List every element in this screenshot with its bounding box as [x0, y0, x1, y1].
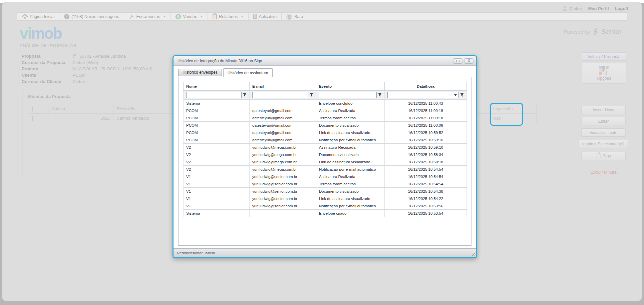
table-cell: 16/12/2025 10:58:34 [385, 151, 467, 158]
table-cell: Assinatura Realizada [316, 173, 385, 180]
table-row[interactable]: SistemaEnvelope concluído16/12/2025 11:0… [184, 100, 467, 107]
table-cell: Termos foram aceitos [316, 114, 385, 122]
table-cell: 16/12/2025 10:54:22 [385, 195, 467, 202]
filter-icon[interactable] [378, 93, 382, 97]
close-icon: X [468, 59, 470, 63]
table-cell: PCOM [184, 136, 250, 144]
table-cell: PCOM [184, 107, 250, 114]
table-cell: V1 [184, 195, 250, 202]
dialog-title: Histórico de Integração da Minuta 3016 n… [178, 59, 451, 63]
table-cell: yuri.ludwig@senior.com.br [250, 195, 316, 202]
tab-historico-assinatura[interactable]: Histórico de assinatura [223, 68, 273, 77]
table-cell: PCOM [184, 129, 250, 136]
table-cell: Notificação por e-mail automático [316, 166, 385, 173]
table-cell: yuri.ludwig@senior.com.br [250, 180, 316, 188]
table-cell: yuri.ludwig@senior.com.br [250, 188, 316, 195]
table-row[interactable]: V1yuri.ludwig@senior.com.brLink de assin… [184, 195, 467, 202]
chevron-down-icon [454, 94, 457, 96]
filter-row [184, 91, 467, 100]
table-cell: Assinatura Recusada [316, 144, 385, 151]
table-cell: yuri.ludwig@senior.com.br [250, 173, 316, 180]
table-cell: yuri.ludwig@mega.com.br [250, 144, 316, 151]
col-nome[interactable]: Nome [184, 82, 250, 91]
table-row[interactable]: V1yuri.ludwig@senior.com.brNotificação p… [184, 202, 467, 210]
table-row[interactable]: V1yuri.ludwig@senior.com.brAssinatura Re… [184, 173, 467, 180]
resize-label: Redimensionar Janela [177, 251, 215, 255]
table-row[interactable]: V1yuri.ludwig@senior.com.brDocumento vis… [184, 188, 467, 195]
table-cell: PCOM [184, 122, 250, 129]
filter-icon[interactable] [243, 93, 247, 97]
table-cell: yuri.ludwig@senior.com.br [250, 202, 316, 210]
table-cell: Documento visualizado [316, 151, 385, 158]
col-email[interactable]: E-mail [250, 82, 316, 91]
filter-icon[interactable] [310, 93, 313, 97]
table-row[interactable]: V2yuri.ludwig@mega.com.brNotificação por… [184, 166, 467, 173]
table-row[interactable]: PCOMqatesteyuri@gmail.comDocumento visua… [184, 122, 467, 129]
table-row[interactable]: PCOMqatesteyuri@gmail.comAssinatura Real… [184, 107, 467, 114]
filter-evento-input[interactable] [319, 92, 377, 98]
signature-history-table: Nome E-mail Evento Data/hora [183, 82, 467, 217]
filter-nome-input[interactable] [186, 92, 242, 98]
table-cell: Link de assinatura visualizado [316, 158, 385, 166]
maximize-button[interactable] [453, 58, 462, 64]
app-page: Cleber Meu Perfil Logoff Página Inicial … [2, 2, 642, 301]
table-cell: qatesteyuri@gmail.com [250, 136, 316, 144]
table-cell: Notificação por e-mail automático [316, 202, 385, 210]
table-cell: Termos foram aceitos [316, 180, 385, 188]
maximize-icon [456, 60, 459, 62]
tab-historico-envelopes[interactable]: Histórico envelopes [178, 69, 222, 76]
table-cell: 16/12/2025 10:54:54 [385, 166, 467, 173]
history-header-row: Nome E-mail Evento Data/hora [184, 82, 467, 91]
table-cell: qatesteyuri@gmail.com [250, 107, 316, 114]
table-cell: 16/12/2025 11:00:18 [385, 114, 467, 122]
table-cell: 16/12/2025 10:59:10 [385, 136, 467, 144]
col-evento[interactable]: Evento [316, 82, 385, 91]
table-cell: 16/12/2025 10:59:52 [385, 129, 467, 136]
table-row[interactable]: V1yuri.ludwig@senior.com.brTermos foram … [184, 180, 467, 188]
table-cell: V1 [184, 202, 250, 210]
table-cell: V2 [184, 158, 250, 166]
table-cell: 16/12/2025 10:54:38 [385, 188, 467, 195]
table-cell: 16/12/2025 11:00:18 [385, 107, 467, 114]
table-cell: V2 [184, 166, 250, 173]
table-cell: Documento visualizado [316, 122, 385, 129]
table-cell: 16/12/2025 10:58:18 [385, 158, 467, 166]
table-cell: V1 [184, 173, 250, 180]
filter-email-input[interactable] [252, 92, 308, 98]
resize-grip[interactable] [471, 252, 475, 256]
tab-content-panel: Nome E-mail Evento Data/hora [178, 77, 471, 246]
table-cell: qatesteyuri@gmail.com [250, 114, 316, 122]
table-cell: yuri.ludwig@mega.com.br [250, 151, 316, 158]
table-row[interactable]: SistemaEnvelope criado16/12/2025 10:53:5… [184, 210, 467, 217]
table-cell: qatesteyuri@gmail.com [250, 122, 316, 129]
table-row[interactable]: V2yuri.ludwig@mega.com.brAssinatura Recu… [184, 144, 467, 151]
table-cell: yuri.ludwig@mega.com.br [250, 158, 316, 166]
table-cell: 16/12/2025 10:53:54 [385, 210, 467, 217]
dialog-tabs: Histórico envelopes Histórico de assinat… [178, 68, 273, 77]
table-cell: Sistema [184, 210, 250, 217]
table-row[interactable]: V2yuri.ludwig@mega.com.brLink de assinat… [184, 158, 467, 166]
table-row[interactable]: PCOMqatesteyuri@gmail.comTermos foram ac… [184, 114, 467, 122]
table-cell: Documento visualizado [316, 188, 385, 195]
table-row[interactable]: V2yuri.ludwig@mega.com.brDocumento visua… [184, 151, 467, 158]
table-cell [250, 100, 316, 107]
table-cell: 16/12/2025 10:53:56 [385, 202, 467, 210]
table-cell: Assinatura Realizada [316, 107, 385, 114]
close-button[interactable]: X [464, 58, 473, 64]
table-row[interactable]: PCOMqatesteyuri@gmail.comNotificação por… [184, 136, 467, 144]
filter-datahora-select[interactable] [387, 92, 459, 98]
table-cell: yuri.ludwig@mega.com.br [250, 166, 316, 173]
dialog-titlebar[interactable]: Histórico de Integração da Minuta 3016 n… [174, 56, 476, 66]
table-cell: V2 [184, 144, 250, 151]
table-cell: 16/12/2025 10:54:54 [385, 173, 467, 180]
table-cell: Link de assinatura visualizado [316, 195, 385, 202]
col-datahora[interactable]: Data/hora [385, 82, 467, 91]
table-cell: V2 [184, 151, 250, 158]
table-cell: PCOM [184, 114, 250, 122]
table-cell: V1 [184, 188, 250, 195]
table-cell: V1 [184, 180, 250, 188]
sign-history-dialog: Histórico de Integração da Minuta 3016 n… [173, 55, 477, 258]
filter-icon[interactable] [460, 93, 464, 97]
table-row[interactable]: PCOMqatesteyuri@gmail.comLink de assinat… [184, 129, 467, 136]
table-cell: Envelope criado [316, 210, 385, 217]
